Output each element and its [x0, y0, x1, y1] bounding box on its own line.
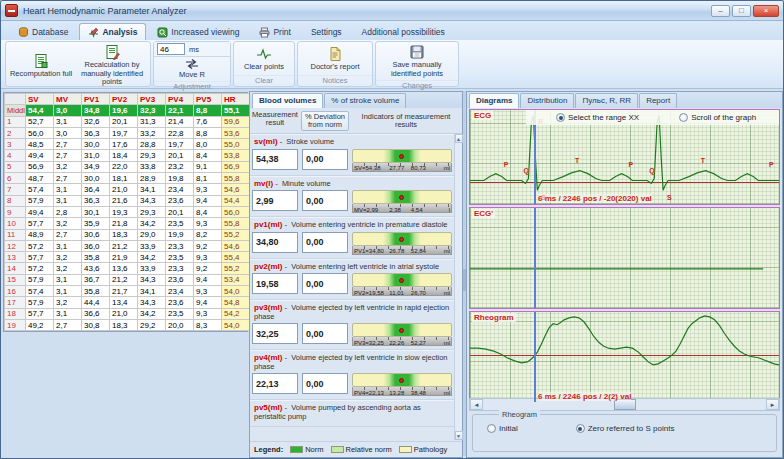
- table-cell[interactable]: 35,8: [82, 286, 110, 297]
- table-cell[interactable]: 30,8: [82, 319, 110, 330]
- deviation-value[interactable]: 0,00: [302, 273, 348, 294]
- table-cell[interactable]: 33,8: [138, 161, 166, 172]
- tab-settings[interactable]: Settings: [302, 23, 351, 40]
- table-cell[interactable]: 9,3: [194, 184, 222, 195]
- table-cell[interactable]: 57,9: [26, 195, 54, 206]
- table-cell[interactable]: 34,9: [82, 161, 110, 172]
- doctors-report-button[interactable]: Doctor's report: [300, 45, 370, 73]
- chart-cursor[interactable]: [534, 208, 536, 308]
- table-cell[interactable]: 33,9: [138, 240, 166, 251]
- table-row[interactable]: 449,42,731,018,429,320,18,453,8: [5, 150, 250, 161]
- table-cell[interactable]: 18,3: [110, 319, 138, 330]
- table-cell[interactable]: 57,4: [26, 286, 54, 297]
- table-cell[interactable]: 23,6: [166, 195, 194, 206]
- tab-database[interactable]: Database: [9, 23, 77, 40]
- table-cell[interactable]: 49,4: [26, 206, 54, 217]
- table-cell[interactable]: 3,1: [54, 274, 82, 285]
- tab-distribution[interactable]: Distribution: [520, 93, 574, 108]
- tab-stroke-volume-percent[interactable]: % of stroke volume: [324, 93, 406, 108]
- minimize-button[interactable]: –: [711, 5, 730, 17]
- rheogram-chart[interactable]: Rheogram 6 ms / 2246 pos / 2(2) val: [469, 311, 780, 403]
- header-deviation-button[interactable]: % Deviation from norm: [301, 111, 349, 131]
- tab-diagrams[interactable]: Diagrams: [469, 93, 519, 108]
- table-cell[interactable]: 21,9: [110, 252, 138, 263]
- table-cell[interactable]: 19,8: [166, 173, 194, 184]
- table-cell[interactable]: 21,8: [110, 218, 138, 229]
- table-cell[interactable]: 8,1: [194, 173, 222, 184]
- table-cell[interactable]: 8,3: [194, 319, 222, 330]
- save-points-button[interactable]: Save manually identified points: [378, 43, 456, 79]
- close-button[interactable]: ×: [753, 5, 779, 17]
- table-cell[interactable]: 2,7: [54, 229, 82, 240]
- table-cell[interactable]: 3,1: [54, 308, 82, 319]
- table-cell[interactable]: 55,2: [222, 263, 250, 274]
- tab-blood-volumes[interactable]: Blood volumes: [252, 93, 323, 108]
- tab-report[interactable]: Report: [639, 93, 677, 108]
- table-cell[interactable]: 9,2: [194, 263, 222, 274]
- table-cell[interactable]: 43,6: [82, 263, 110, 274]
- table-cell[interactable]: 3,1: [54, 240, 82, 251]
- scroll-up-icon[interactable]: ▲: [455, 134, 463, 143]
- table-cell[interactable]: 13,4: [110, 297, 138, 308]
- measurement-value[interactable]: 19,58: [252, 273, 298, 294]
- tab-increased-viewing[interactable]: Increased viewing: [148, 23, 248, 40]
- table-cell[interactable]: 9,3: [194, 252, 222, 263]
- table-cell[interactable]: 57,9: [26, 297, 54, 308]
- table-cell[interactable]: 3,2: [54, 218, 82, 229]
- table-cell[interactable]: 34,8: [82, 105, 110, 116]
- recalculation-button[interactable]: Recalculation by manually identified poi…: [76, 43, 148, 88]
- table-cell[interactable]: 30,1: [82, 206, 110, 217]
- table-cell[interactable]: 55,8: [222, 173, 250, 184]
- table-cell[interactable]: 31,0: [82, 150, 110, 161]
- table-cell[interactable]: 22,1: [166, 105, 194, 116]
- table-cell[interactable]: 28,9: [138, 173, 166, 184]
- table-cell[interactable]: 9,1: [194, 161, 222, 172]
- table-cell[interactable]: 57,9: [26, 274, 54, 285]
- table-cell[interactable]: 56,9: [26, 161, 54, 172]
- table-cell[interactable]: 57,4: [26, 184, 54, 195]
- table-cell[interactable]: 36,4: [82, 184, 110, 195]
- table-cell[interactable]: 36,3: [82, 127, 110, 138]
- table-cell[interactable]: 8,0: [194, 139, 222, 150]
- table-cell[interactable]: 48,7: [26, 173, 54, 184]
- table-cell[interactable]: 34,2: [138, 308, 166, 319]
- table-cell[interactable]: 9,3: [194, 286, 222, 297]
- table-cell[interactable]: 29,2: [138, 319, 166, 330]
- tab-pulse-r-rr[interactable]: Пульс, R, RR: [575, 93, 638, 108]
- chart-cursor[interactable]: [534, 312, 536, 402]
- table-cell[interactable]: 32,3: [138, 105, 166, 116]
- table-cell[interactable]: 9,4: [194, 297, 222, 308]
- table-cell[interactable]: 35,9: [82, 218, 110, 229]
- table-cell[interactable]: 34,1: [138, 286, 166, 297]
- tab-additional-possibilities[interactable]: Additional possibilities: [353, 23, 454, 40]
- table-cell[interactable]: 29,3: [138, 206, 166, 217]
- ecg-derivative-chart[interactable]: ECG': [469, 207, 780, 309]
- volumes-scrollbar[interactable]: ▲ ▼: [454, 134, 462, 440]
- table-row[interactable]: 1148,92,730,618,329,019,98,255,2: [5, 229, 250, 240]
- table-cell[interactable]: 8,8: [194, 105, 222, 116]
- table-cell[interactable]: 56,0: [26, 127, 54, 138]
- table-cell[interactable]: 3,2: [54, 263, 82, 274]
- table-cell[interactable]: 29,3: [138, 150, 166, 161]
- table-cell[interactable]: 36,0: [82, 240, 110, 251]
- table-cell[interactable]: 52,7: [26, 116, 54, 127]
- measurement-value[interactable]: 32,25: [252, 323, 298, 344]
- table-row[interactable]: 256,03,036,319,733,222,88,853,6: [5, 127, 250, 138]
- table-cell[interactable]: 23,3: [166, 240, 194, 251]
- table-cell[interactable]: 3,2: [54, 252, 82, 263]
- maximize-button[interactable]: □: [732, 5, 751, 17]
- table-cell[interactable]: 2,7: [54, 319, 82, 330]
- table-cell[interactable]: 54,2: [222, 308, 250, 319]
- table-cell[interactable]: 36,6: [82, 308, 110, 319]
- table-row[interactable]: 1057,73,235,921,834,223,59,355,8: [5, 218, 250, 229]
- table-cell[interactable]: 3,1: [54, 184, 82, 195]
- table-row[interactable]: 1949,22,730,818,329,220,08,354,0: [5, 319, 250, 330]
- table-cell[interactable]: 59,6: [222, 116, 250, 127]
- table-cell[interactable]: 21,7: [110, 286, 138, 297]
- table-row[interactable]: 348,52,730,017,628,819,78,055,0: [5, 139, 250, 150]
- table-cell[interactable]: 31,3: [138, 116, 166, 127]
- table-cell[interactable]: 34,2: [138, 218, 166, 229]
- table-cell[interactable]: 8,2: [194, 229, 222, 240]
- table-cell[interactable]: 34,3: [138, 274, 166, 285]
- table-cell[interactable]: 21,4: [166, 116, 194, 127]
